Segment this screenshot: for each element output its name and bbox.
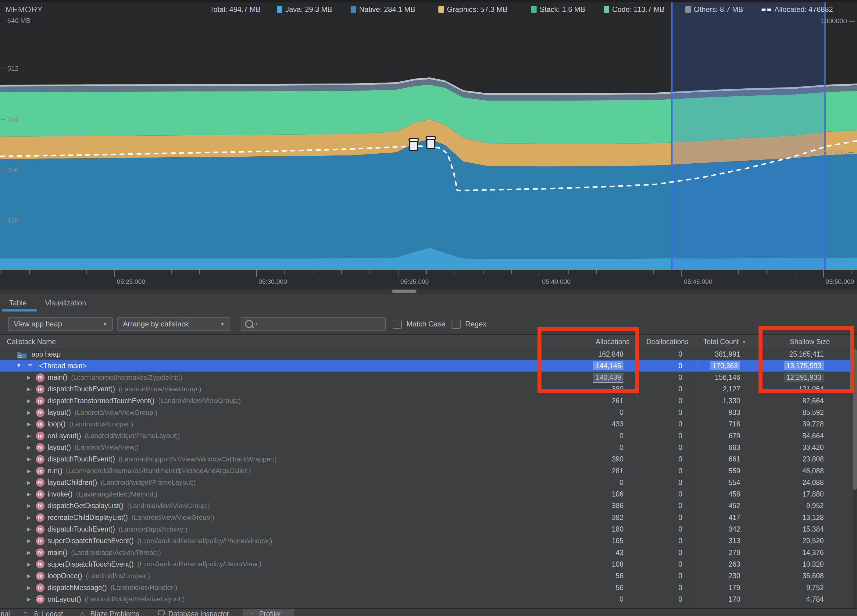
cell-d: 0 bbox=[639, 408, 682, 417]
expand-arrow-icon[interactable]: ▶ bbox=[27, 550, 31, 556]
callstack-name: superDispatchTouchEvent() bbox=[48, 560, 134, 568]
timeline-minor-tick bbox=[200, 270, 200, 274]
cell-s: 9,952 bbox=[760, 502, 824, 510]
expand-arrow-icon[interactable]: ▶ bbox=[27, 526, 31, 533]
cell-a: 261 bbox=[532, 397, 623, 405]
column-header-deallocations[interactable]: Deallocations bbox=[639, 335, 688, 349]
cell-a: 56 bbox=[532, 572, 623, 580]
table-row[interactable]: ▶mdispatchTouchEvent()(Landroid/support/… bbox=[0, 454, 857, 465]
table-row[interactable]: app heap162,8480381,99125,165,411 bbox=[0, 348, 857, 360]
table-row[interactable]: ▶mrun()(Lcom/android/internal/os/Runtime… bbox=[0, 465, 857, 477]
tab-table[interactable]: Table bbox=[9, 294, 26, 312]
table-row[interactable]: ▶mlayoutChildren()(Landroid/widget/Frame… bbox=[0, 477, 857, 488]
cell-a: 390 bbox=[532, 455, 623, 463]
table-row[interactable]: ▶mdispatchGetDisplayList()(Landroid/view… bbox=[0, 500, 857, 512]
expand-arrow-icon[interactable]: ▶ bbox=[27, 409, 31, 416]
blaze-icon: △ bbox=[80, 610, 85, 616]
database-icon bbox=[158, 610, 165, 615]
expand-arrow-icon[interactable]: ▶ bbox=[27, 491, 31, 497]
expand-arrow-icon[interactable]: ▶ bbox=[27, 561, 31, 568]
tool-window-button-nal[interactable]: nal bbox=[1, 610, 10, 616]
selection-left-handle bbox=[671, 0, 673, 270]
timeline-minor-tick bbox=[511, 270, 512, 274]
expand-arrow-icon[interactable]: ▶ bbox=[27, 456, 31, 462]
cell-d: 0 bbox=[639, 455, 682, 463]
collapse-arrow-icon[interactable]: ▼ bbox=[16, 363, 21, 369]
timeline-major-tick bbox=[823, 270, 824, 277]
table-row[interactable]: ▶monLayout()(Landroid/widget/RelativeLay… bbox=[0, 593, 857, 605]
match-case-checkbox[interactable] bbox=[393, 320, 402, 329]
horizontal-scrollbar-track[interactable] bbox=[0, 289, 857, 294]
table-row[interactable]: ▶mlayout()(Landroid/view/View;)0066333,4… bbox=[0, 442, 857, 453]
expand-arrow-icon[interactable]: ▶ bbox=[27, 503, 31, 509]
legend-item-graphics: Graphics: 57.3 MB bbox=[438, 6, 507, 14]
table-row[interactable]: ▶mdispatchTransformedTouchEvent()(Landro… bbox=[0, 395, 857, 407]
view-tabs: Table Visualization bbox=[0, 294, 857, 312]
table-row[interactable]: ▶mmain()(Lcom/android/internal/os/Zygote… bbox=[0, 372, 857, 383]
cell-a: 433 bbox=[532, 420, 623, 428]
expand-arrow-icon[interactable]: ▶ bbox=[27, 596, 31, 602]
tool-window-button-6-logcat[interactable]: 6: Logcat bbox=[34, 610, 63, 616]
selection-right-handle bbox=[825, 0, 826, 270]
timeline-minor-tick bbox=[851, 270, 852, 274]
heap-select-dropdown[interactable]: View app heap▼ bbox=[8, 317, 113, 331]
expand-arrow-icon[interactable]: ▶ bbox=[27, 468, 31, 474]
tab-visualization[interactable]: Visualization bbox=[45, 294, 86, 312]
search-options-caret-icon[interactable]: ▾ bbox=[255, 322, 258, 326]
table-row[interactable]: ▶mdispatchTouchEvent()(Landroid/view/Vie… bbox=[0, 383, 857, 395]
timeline-axis[interactable]: 05:25.00005:30.00005:35.00005:40.00005:4… bbox=[0, 270, 857, 289]
callstack-name: dispatchGetDisplayList() bbox=[48, 502, 124, 510]
table-row[interactable]: ▶msuperDispatchTouchEvent()(Lcom/android… bbox=[0, 558, 857, 570]
tool-window-button-blaze-problems[interactable]: Blaze Problems bbox=[90, 610, 139, 616]
cell-t: 452 bbox=[695, 502, 740, 510]
search-input[interactable]: ▾ bbox=[241, 317, 386, 331]
legend-swatch-icon bbox=[351, 6, 356, 13]
callstack-name: loop() bbox=[48, 420, 65, 428]
arrange-select-dropdown[interactable]: Arrange by callstack▼ bbox=[118, 317, 230, 331]
expand-arrow-icon[interactable]: ▶ bbox=[27, 538, 31, 544]
callstack-class: (Lcom/android/internal/os/RuntimeInit$Me… bbox=[66, 467, 251, 475]
ide-bottom-bar: nal≡6: Logcat△Blaze ProblemsDatabase Ins… bbox=[0, 608, 857, 616]
expand-arrow-icon[interactable]: ▶ bbox=[27, 374, 31, 381]
expand-arrow-icon[interactable]: ▶ bbox=[27, 573, 31, 579]
timeline-minor-tick bbox=[596, 270, 597, 274]
expand-arrow-icon[interactable]: ▶ bbox=[27, 479, 31, 486]
expand-arrow-icon[interactable]: ▶ bbox=[27, 514, 31, 521]
table-row[interactable]: ▶mloop()(Landroid/os/Looper;)433071839,7… bbox=[0, 418, 857, 430]
table-row[interactable]: ▶msuperDispatchTouchEvent()(Lcom/android… bbox=[0, 535, 857, 547]
column-header-total-count[interactable]: Total Count▼ bbox=[695, 335, 746, 349]
callstack-name: superDispatchTouchEvent() bbox=[48, 537, 134, 545]
sort-descending-icon: ▼ bbox=[742, 339, 746, 344]
horizontal-scrollbar-thumb[interactable] bbox=[392, 290, 416, 293]
cell-d: 0 bbox=[639, 467, 682, 475]
table-row[interactable]: ▶minvoke()(Ljava/lang/reflect/Method;)10… bbox=[0, 489, 857, 500]
expand-arrow-icon[interactable]: ▶ bbox=[27, 398, 31, 404]
table-row[interactable]: ▶mlayout()(Landroid/view/ViewGroup;)0093… bbox=[0, 407, 857, 418]
expand-arrow-icon[interactable]: ▶ bbox=[27, 386, 31, 392]
table-row[interactable]: ▶monLayout()(Landroid/widget/FrameLayout… bbox=[0, 430, 857, 442]
memory-chart[interactable]: MEMORY Total: 494.7 MB Java: 29.3 MBNati… bbox=[0, 0, 857, 270]
expand-arrow-icon[interactable]: ▶ bbox=[27, 433, 31, 439]
timeline-minor-tick bbox=[171, 270, 172, 274]
expand-arrow-icon[interactable]: ▶ bbox=[27, 421, 31, 427]
column-header-callstack[interactable]: Callstack Name bbox=[7, 335, 56, 349]
cell-t: 661 bbox=[695, 455, 740, 463]
y-axis-tick: 256 bbox=[1, 166, 19, 174]
table-row[interactable]: ▶mdispatchTouchEvent()(Landroid/app/Acti… bbox=[0, 523, 857, 535]
cell-t: 313 bbox=[695, 537, 740, 545]
table-row[interactable]: ▶mmain()(Landroid/app/ActivityThread;)43… bbox=[0, 547, 857, 558]
memory-stacked-area-chart[interactable] bbox=[0, 0, 857, 270]
expand-arrow-icon[interactable]: ▶ bbox=[27, 585, 31, 591]
timeline-major-tick bbox=[256, 270, 257, 277]
table-row[interactable]: ▶mdispatchMessage()(Landroid/os/Handler;… bbox=[0, 582, 857, 593]
regex-checkbox[interactable] bbox=[452, 320, 461, 329]
cell-s: 17,880 bbox=[760, 490, 824, 498]
tool-window-button-database-inspector[interactable]: Database Inspector bbox=[168, 610, 229, 616]
table-row[interactable]: ▼≡<Thread main>144,1460170,36313,175,593 bbox=[0, 360, 857, 372]
table-row[interactable]: ▶mloopOnce()(Landroid/os/Looper;)5602303… bbox=[0, 570, 857, 582]
table-row[interactable]: ▶mrecreateChildDisplayList()(Landroid/vi… bbox=[0, 512, 857, 523]
timeline-minor-tick bbox=[86, 270, 87, 274]
cell-d: 0 bbox=[639, 514, 682, 522]
tool-window-button-profiler[interactable]: Profiler bbox=[259, 610, 282, 616]
expand-arrow-icon[interactable]: ▶ bbox=[27, 445, 31, 451]
